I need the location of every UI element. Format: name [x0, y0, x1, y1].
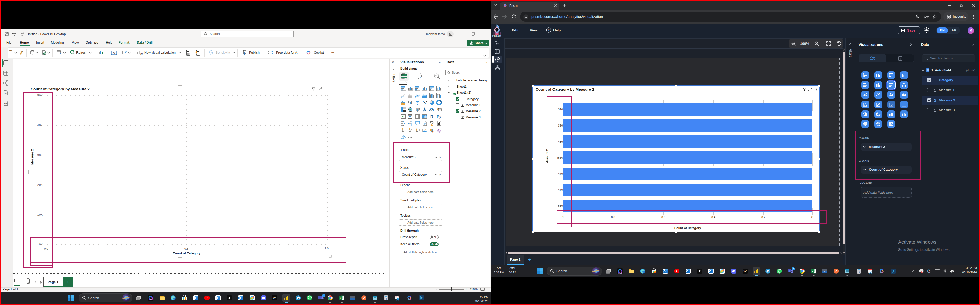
svg-text:PRISM: PRISM [492, 35, 502, 38]
svg-text:M365: M365 [618, 272, 622, 274]
svg-text:Py: Py [437, 115, 441, 119]
svg-text:A: A [113, 51, 115, 54]
svg-text:fx: fx [140, 52, 143, 55]
svg-text:TMDL: TMDL [4, 103, 8, 104]
svg-text:R: R [430, 114, 433, 119]
svg-text:M365: M365 [149, 299, 153, 301]
svg-text:?: ? [548, 28, 550, 32]
